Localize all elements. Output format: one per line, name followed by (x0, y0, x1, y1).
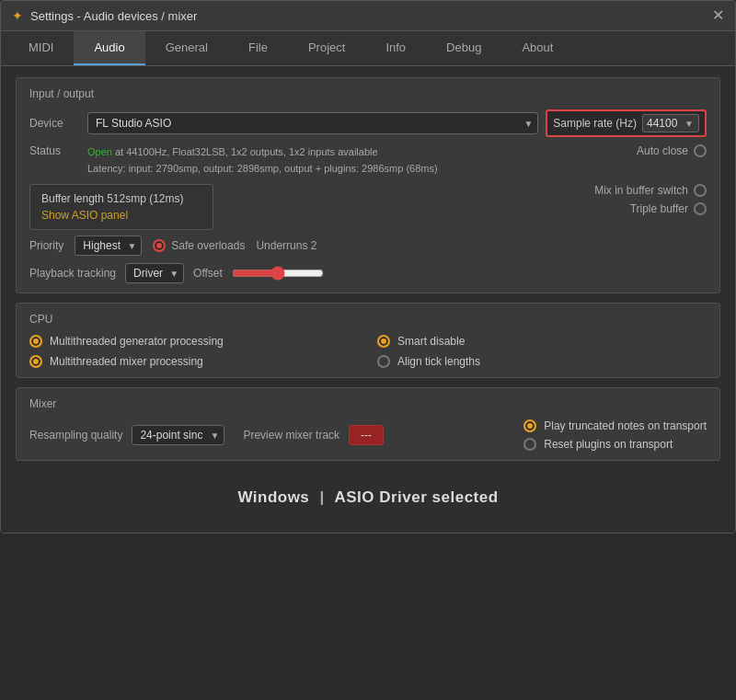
sample-rate-select[interactable]: 44100 (642, 114, 699, 132)
priority-label: Priority (29, 239, 63, 252)
mixer-option-0: Play truncated notes on transport (523, 419, 707, 432)
priority-select-wrap[interactable]: Highest ▼ (75, 235, 142, 256)
tab-debug[interactable]: Debug (426, 31, 501, 65)
cpu-item-label-1: Smart disable (397, 335, 465, 348)
offset-slider[interactable] (232, 266, 324, 281)
resampling-select[interactable]: 24-point sinc (132, 425, 224, 445)
driver-select[interactable]: Driver (125, 263, 184, 283)
cpu-item-label-3: Align tick lengths (397, 355, 480, 368)
footer-text-left: Windows (237, 488, 309, 506)
resampling-label: Resampling quality (29, 429, 122, 442)
title-bar: ✦ Settings - Audio devices / mixer ✕ (1, 1, 735, 31)
device-label: Device (29, 117, 80, 130)
mixer-option-1: Reset plugins on transport (523, 438, 707, 451)
triple-buffer-label: Triple buffer (630, 202, 688, 215)
cpu-radio-0[interactable] (29, 335, 42, 348)
playback-tracking-label: Playback tracking (29, 267, 116, 280)
tab-about[interactable]: About (501, 31, 573, 65)
cpu-item-2: Multithreaded mixer processing (29, 355, 359, 368)
sample-rate-select-wrap[interactable]: 44100 ▼ (642, 114, 699, 132)
cpu-item-label-2: Multithreaded mixer processing (50, 355, 203, 368)
status-label: Status (29, 144, 80, 157)
status-row: Status Open at 44100Hz, Float32LSB, 1x2 … (29, 144, 707, 177)
tab-info[interactable]: Info (365, 31, 426, 65)
tab-project[interactable]: Project (288, 31, 365, 65)
window-title: Settings - Audio devices / mixer (30, 9, 197, 23)
auto-close-group: Auto close (637, 144, 707, 157)
tab-bar: MIDI Audio General File Project Info Deb… (1, 31, 735, 66)
safe-overloads-group: Safe overloads (153, 239, 245, 252)
status-text-area: Open at 44100Hz, Float32LSB, 1x2 outputs… (87, 144, 438, 177)
cpu-item-1: Smart disable (377, 335, 707, 348)
buffer-length-text: Buffer length 512smp (12ms) (41, 192, 201, 205)
sample-rate-label: Sample rate (Hz) (553, 117, 637, 130)
triple-buffer-radio[interactable] (694, 202, 707, 215)
buffer-row: Buffer length 512smp (12ms) Show ASIO pa… (29, 184, 707, 230)
underruns-label: Underruns 2 (256, 239, 316, 252)
triple-buffer-row: Triple buffer (630, 202, 707, 215)
footer-text-right: ASIO Driver selected (334, 488, 498, 506)
status-line1: Open at 44100Hz, Float32LSB, 1x2 outputs… (87, 144, 438, 161)
cpu-radio-2[interactable] (29, 355, 42, 368)
mixer-options: Play truncated notes on transport Reset … (523, 419, 707, 451)
cpu-section-title: CPU (29, 313, 707, 326)
status-line2: Latency: input: 2790smp, output: 2898smp… (87, 161, 438, 178)
tab-audio[interactable]: Audio (74, 31, 144, 65)
status-open-text: Open (87, 146, 112, 157)
settings-icon: ✦ (12, 8, 23, 23)
title-bar-left: ✦ Settings - Audio devices / mixer (12, 8, 197, 23)
footer-pipe: | (320, 488, 325, 506)
buffer-options: Mix in buffer switch Triple buffer (594, 184, 707, 215)
safe-overloads-radio[interactable] (153, 239, 166, 252)
tab-midi[interactable]: MIDI (8, 31, 74, 65)
priority-select[interactable]: Highest (75, 235, 142, 256)
auto-close-row: Auto close (637, 144, 707, 157)
priority-row: Priority Highest ▼ Safe overloads Underr… (29, 235, 707, 256)
io-section-title: Input / output (29, 87, 707, 100)
device-row: Device FL Studio ASIO ▼ Sample rate (Hz)… (29, 109, 707, 137)
mix-in-buffer-row: Mix in buffer switch (594, 184, 707, 197)
mixer-radio-0[interactable] (523, 419, 536, 432)
cpu-grid: Multithreaded generator processing Smart… (29, 335, 707, 368)
cpu-item-0: Multithreaded generator processing (29, 335, 359, 348)
offset-label: Offset (193, 267, 223, 280)
cpu-item-label-0: Multithreaded generator processing (50, 335, 224, 348)
preview-mixer-button[interactable]: --- (349, 425, 384, 445)
device-select[interactable]: FL Studio ASIO (87, 112, 538, 134)
safe-overloads-label: Safe overloads (171, 239, 245, 252)
playback-row: Playback tracking Driver ▼ Offset (29, 263, 707, 283)
mixer-section: Mixer Resampling quality 24-point sinc ▼… (16, 387, 720, 461)
show-asio-link[interactable]: Show ASIO panel (41, 209, 201, 222)
io-section: Input / output Device FL Studio ASIO ▼ S… (16, 77, 720, 293)
close-button[interactable]: ✕ (712, 8, 724, 23)
mixer-option-label-0: Play truncated notes on transport (544, 419, 707, 432)
sample-rate-group: Sample rate (Hz) 44100 ▼ (546, 109, 707, 137)
mixer-radio-1[interactable] (523, 438, 536, 451)
mixer-option-label-1: Reset plugins on transport (544, 438, 673, 451)
resampling-select-wrap[interactable]: 24-point sinc ▼ (132, 425, 224, 445)
driver-select-wrap[interactable]: Driver ▼ (125, 263, 184, 283)
footer: Windows | ASIO Driver selected (16, 470, 720, 522)
cpu-section: CPU Multithreaded generator processing S… (16, 303, 720, 378)
mixer-section-title: Mixer (29, 397, 707, 410)
tab-general[interactable]: General (145, 31, 228, 65)
auto-close-radio[interactable] (694, 144, 707, 157)
content-area: Input / output Device FL Studio ASIO ▼ S… (1, 66, 735, 533)
mix-in-buffer-label: Mix in buffer switch (594, 184, 688, 197)
cpu-radio-3[interactable] (377, 355, 390, 368)
auto-close-label: Auto close (637, 144, 688, 157)
cpu-item-3: Align tick lengths (377, 355, 707, 368)
mixer-row: Resampling quality 24-point sinc ▼ Previ… (29, 419, 707, 451)
device-select-wrap[interactable]: FL Studio ASIO ▼ (87, 112, 538, 134)
status-rest-text: at 44100Hz, Float32LSB, 1x2 outputs, 1x2… (115, 146, 378, 157)
cpu-radio-1[interactable] (377, 335, 390, 348)
preview-mixer-label: Preview mixer track (243, 429, 339, 442)
mix-in-buffer-radio[interactable] (694, 184, 707, 197)
buffer-box: Buffer length 512smp (12ms) Show ASIO pa… (29, 184, 213, 230)
tab-file[interactable]: File (228, 31, 288, 65)
main-window: ✦ Settings - Audio devices / mixer ✕ MID… (0, 0, 736, 534)
